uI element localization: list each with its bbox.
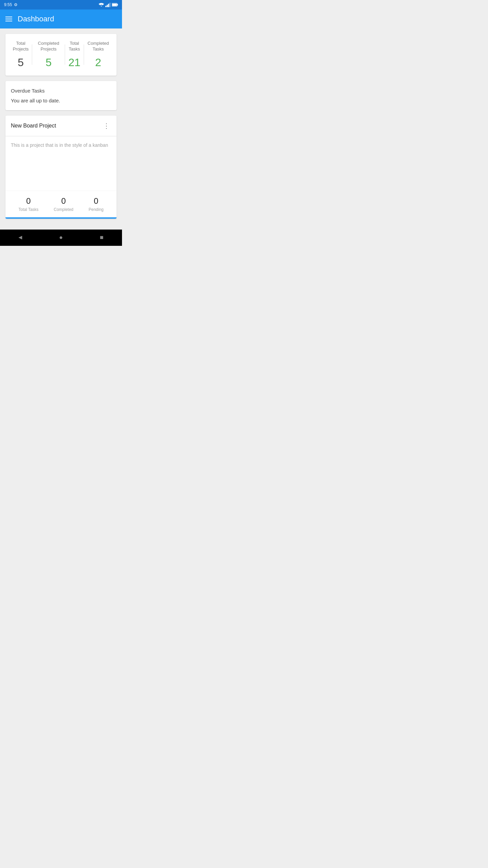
stat-total-projects: Total Projects 5: [9, 41, 32, 69]
stat-total-tasks-value: 21: [68, 56, 81, 69]
battery-icon: [112, 3, 118, 7]
stat-completed-projects-value: 5: [45, 56, 52, 69]
status-bar-left: 9:55 ⚙: [4, 2, 18, 7]
hamburger-menu-icon[interactable]: [5, 17, 12, 21]
stat-total-tasks: Total Tasks 21: [65, 41, 83, 69]
app-bar-title: Dashboard: [18, 15, 54, 23]
time-display: 9:55: [4, 2, 12, 7]
wifi-icon: [99, 3, 104, 7]
signal-icon: [105, 3, 110, 7]
stat-completed-tasks: Completed Tasks 2: [84, 41, 113, 69]
home-icon: ●: [59, 234, 63, 241]
project-card-accent-bar: [5, 217, 117, 219]
project-stat-total-tasks-label: Total Tasks: [18, 207, 38, 212]
settings-icon: ⚙: [14, 2, 18, 7]
status-bar: 9:55 ⚙: [0, 0, 122, 9]
stat-completed-projects: Completed Projects 5: [32, 41, 65, 69]
project-card-title: New Board Project: [11, 123, 56, 129]
stats-card: Total Projects 5 Completed Projects 5 To…: [5, 34, 117, 76]
stat-completed-tasks-label: Completed Tasks: [84, 41, 113, 52]
nav-bar: ◄ ● ■: [0, 230, 122, 246]
status-bar-right: [99, 3, 118, 7]
stat-total-projects-label: Total Projects: [9, 41, 32, 52]
stat-total-projects-value: 5: [18, 56, 24, 69]
project-stats: 0 Total Tasks 0 Completed 0 Pending: [5, 191, 117, 217]
svg-rect-1: [117, 4, 118, 6]
project-stat-total-tasks: 0 Total Tasks: [18, 196, 38, 212]
more-options-icon[interactable]: ⋮: [102, 121, 111, 131]
main-content: Total Projects 5 Completed Projects 5 To…: [0, 28, 122, 224]
overdue-tasks-card: Overdue Tasks You are all up to date.: [5, 81, 117, 110]
project-stat-completed-label: Completed: [54, 207, 74, 212]
recent-apps-icon: ■: [100, 234, 104, 241]
project-stat-pending-label: Pending: [88, 207, 103, 212]
stat-completed-projects-label: Completed Projects: [32, 41, 65, 52]
project-stat-pending: 0 Pending: [88, 196, 103, 212]
app-bar: Dashboard: [0, 9, 122, 28]
stat-completed-tasks-value: 2: [95, 56, 101, 69]
svg-rect-2: [112, 4, 117, 6]
project-stat-completed: 0 Completed: [54, 196, 74, 212]
stat-total-tasks-label: Total Tasks: [65, 41, 83, 52]
project-stat-pending-value: 0: [94, 196, 98, 206]
project-stat-completed-value: 0: [61, 196, 66, 206]
project-card-header: New Board Project ⋮: [5, 116, 117, 136]
project-description: This is a project that is in the style o…: [5, 136, 117, 191]
back-button[interactable]: ◄: [14, 231, 27, 244]
project-stat-total-tasks-value: 0: [26, 196, 30, 206]
home-button[interactable]: ●: [54, 231, 68, 244]
back-icon: ◄: [17, 234, 23, 241]
overdue-tasks-message: You are all up to date.: [11, 98, 111, 103]
project-card: New Board Project ⋮ This is a project th…: [5, 116, 117, 219]
overdue-tasks-title: Overdue Tasks: [11, 88, 111, 94]
recent-apps-button[interactable]: ■: [95, 231, 108, 244]
